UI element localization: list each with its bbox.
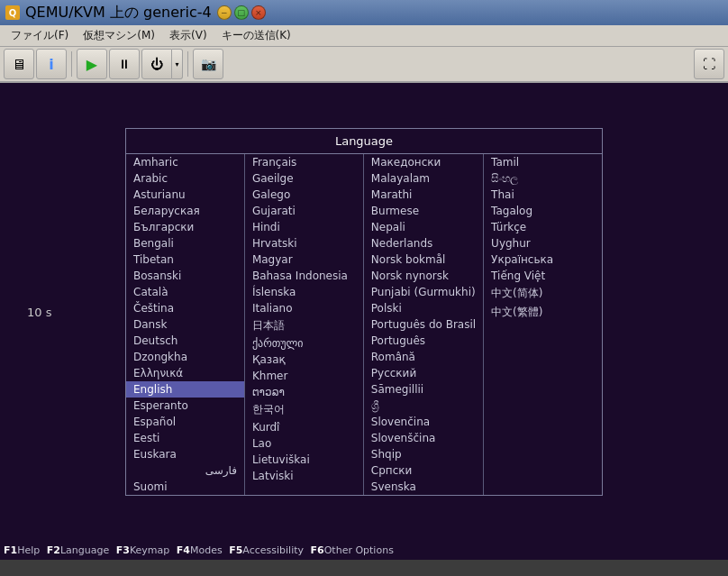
power-dropdown-arrow[interactable]: ▾ — [172, 49, 183, 79]
lang-espanol[interactable]: Español — [126, 414, 244, 430]
minimize-button[interactable]: − — [217, 5, 232, 20]
lang-malayalam[interactable]: Malayalam — [364, 170, 483, 187]
lang-lao[interactable]: Lao — [245, 435, 363, 452]
lang-shqip[interactable]: Shqip — [364, 446, 483, 462]
lang-chinese-simplified[interactable]: 中文(简体) — [484, 284, 602, 303]
lang-belarusian[interactable]: Беларуская — [126, 203, 244, 219]
menu-vm[interactable]: 仮想マシン(M) — [76, 26, 162, 45]
info-btn[interactable]: i — [36, 49, 67, 79]
fkey-f1-label: Help — [17, 544, 40, 556]
lang-bengali[interactable]: Bengali — [126, 235, 244, 251]
power-btn[interactable]: ⏻ — [141, 49, 172, 79]
lang-sinhala[interactable]: ශ්‍රී — [364, 398, 483, 414]
menu-file[interactable]: ファイル(F) — [4, 26, 76, 45]
close-button[interactable]: × — [251, 5, 266, 20]
lang-russian[interactable]: Русский — [364, 365, 483, 381]
lang-uyghur[interactable]: Uyghur — [484, 235, 602, 251]
menu-send-key[interactable]: キーの送信(K) — [214, 26, 298, 45]
fkey-f1[interactable]: F1 Help — [4, 544, 40, 556]
lang-samegillii[interactable]: Sāmegillii — [364, 381, 483, 398]
lang-norsk-nynorsk[interactable]: Norsk nynorsk — [364, 268, 483, 284]
lang-macedonian[interactable]: Македонски — [364, 154, 483, 170]
fkey-f4[interactable]: F4 Modes — [177, 544, 223, 556]
lang-pt-brasil[interactable]: Português do Brasil — [364, 316, 483, 333]
lang-cestina[interactable]: Čeština — [126, 300, 244, 316]
lang-kazakh[interactable]: Қазақ — [245, 352, 363, 368]
lang-bosanski[interactable]: Bosanski — [126, 268, 244, 284]
lang-catala[interactable]: Català — [126, 284, 244, 300]
lang-amharic[interactable]: Amharic — [126, 154, 244, 170]
lang-greek[interactable]: Ελληνικά — [126, 365, 244, 381]
lang-marathi[interactable]: Marathi — [364, 187, 483, 203]
lang-deutsch[interactable]: Deutsch — [126, 333, 244, 349]
lang-kurdi[interactable]: Kurdî — [245, 419, 363, 435]
pause-btn[interactable]: ⏸ — [109, 49, 140, 79]
lang-islenska[interactable]: Íslenska — [245, 284, 363, 300]
lang-dzongkha[interactable]: Dzongkha — [126, 349, 244, 365]
lang-thai[interactable]: Thai — [484, 187, 602, 203]
maximize-button[interactable]: □ — [234, 5, 249, 20]
lang-punjabi[interactable]: Punjabi (Gurmukhi) — [364, 284, 483, 300]
lang-gaeilge[interactable]: Gaeilge — [245, 170, 363, 187]
lang-galego[interactable]: Galego — [245, 187, 363, 203]
snapshot-btn[interactable]: 📷 — [193, 49, 223, 79]
lang-portuguese[interactable]: Português — [364, 333, 483, 349]
fkey-f5-label: Accessibility — [242, 544, 304, 556]
lang-gujarati[interactable]: Gujarati — [245, 203, 363, 219]
menu-view[interactable]: 表示(V) — [162, 26, 214, 45]
lang-nepali[interactable]: Nepali — [364, 219, 483, 235]
lang-svenska[interactable]: Svenska — [364, 479, 483, 495]
fkey-f3[interactable]: F3 Keymap — [116, 544, 170, 556]
lang-euskara[interactable]: Euskara — [126, 446, 244, 462]
display-btn[interactable]: 🖥 — [4, 49, 34, 79]
lang-bulgarian[interactable]: Български — [126, 219, 244, 235]
lang-vietnamese[interactable]: Tiếng Việt — [484, 268, 602, 284]
lang-eesti[interactable]: Eesti — [126, 430, 244, 446]
fkey-f2[interactable]: F2 Language — [47, 544, 109, 556]
lang-dansk[interactable]: Dansk — [126, 316, 244, 333]
lang-farsi[interactable]: فارسی — [126, 462, 244, 479]
power-btn-group: ⏻ ▾ — [141, 49, 183, 79]
lang-slovencina[interactable]: Slovenčina — [364, 414, 483, 430]
lang-latvian[interactable]: Latviski — [245, 468, 363, 484]
lang-lao-script[interactable]: ຕາວລາ — [245, 384, 363, 400]
lang-georgian[interactable]: ქართული — [245, 335, 363, 352]
lang-korean[interactable]: 한국어 — [245, 400, 363, 419]
lang-khmer[interactable]: Khmer — [245, 368, 363, 384]
lang-turkce[interactable]: Türkçe — [484, 219, 602, 235]
lang-esperanto[interactable]: Esperanto — [126, 398, 244, 414]
lang-arabic[interactable]: Arabic — [126, 170, 244, 187]
lang-tamil[interactable]: Tamil — [484, 154, 602, 170]
lang-tibetan[interactable]: Tibetan — [126, 251, 244, 268]
lang-norsk-bokmal[interactable]: Norsk bokmål — [364, 251, 483, 268]
lang-slovenscina[interactable]: Slovenščina — [364, 430, 483, 446]
run-btn[interactable]: ▶ — [77, 49, 107, 79]
lang-serbian[interactable]: Српски — [364, 462, 483, 479]
lang-asturianu[interactable]: Asturianu — [126, 187, 244, 203]
lang-suomi[interactable]: Suomi — [126, 479, 244, 495]
vm-area: 10 s Language Amharic Arabic Asturianu Б… — [0, 83, 728, 560]
fkey-f3-key: F3 — [116, 544, 130, 556]
lang-tagalog[interactable]: Tagalog — [484, 203, 602, 219]
lang-burmese[interactable]: Burmese — [364, 203, 483, 219]
lang-sinhala2[interactable]: සිංහල — [484, 170, 602, 187]
menubar: ファイル(F) 仮想マシン(M) 表示(V) キーの送信(K) — [0, 25, 728, 47]
lang-bahasa[interactable]: Bahasa Indonesia — [245, 268, 363, 284]
fullscreen-btn[interactable]: ⛶ — [694, 49, 724, 79]
lang-lithuanian[interactable]: Lietuviškai — [245, 452, 363, 468]
lang-dutch[interactable]: Nederlands — [364, 235, 483, 251]
fkey-f6[interactable]: F6 Other Options — [311, 544, 394, 556]
lang-english[interactable]: English — [126, 381, 244, 398]
fkey-f2-key: F2 — [47, 544, 60, 556]
lang-chinese-traditional[interactable]: 中文(繁體) — [484, 303, 602, 322]
lang-magyar[interactable]: Magyar — [245, 251, 363, 268]
lang-polish[interactable]: Polski — [364, 300, 483, 316]
fkey-f5[interactable]: F5 Accessibility — [229, 544, 304, 556]
lang-japanese[interactable]: 日本語 — [245, 316, 363, 335]
lang-italiano[interactable]: Italiano — [245, 300, 363, 316]
lang-francais[interactable]: Français — [245, 154, 363, 170]
lang-ukrainian[interactable]: Українська — [484, 251, 602, 268]
lang-romanian[interactable]: Română — [364, 349, 483, 365]
lang-hindi[interactable]: Hindi — [245, 219, 363, 235]
lang-hrvatski[interactable]: Hrvatski — [245, 235, 363, 251]
